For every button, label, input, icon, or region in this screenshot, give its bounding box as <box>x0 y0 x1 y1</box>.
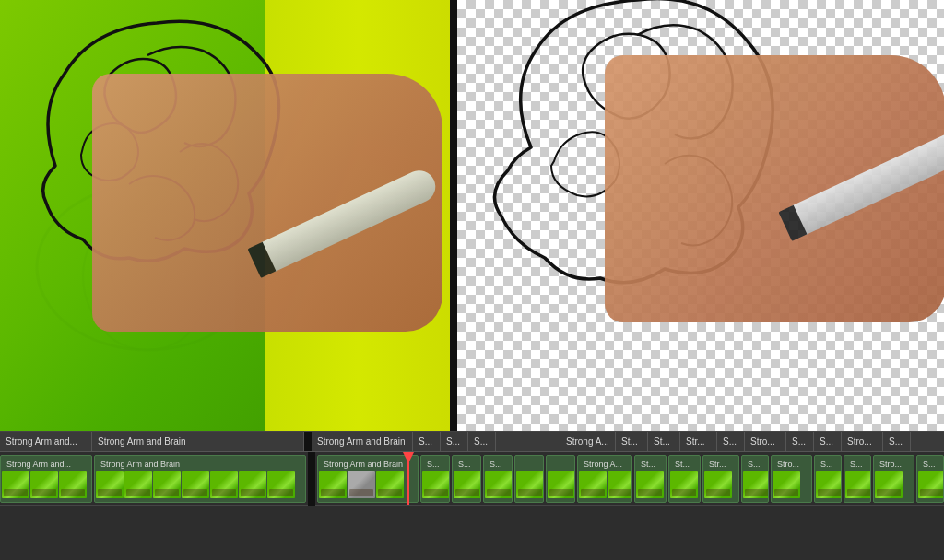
clip-14[interactable]: Stro... <box>771 455 812 503</box>
clip-3-thumbnails <box>318 471 418 500</box>
clip-10[interactable]: St... <box>634 455 667 503</box>
clip-8[interactable] <box>546 455 575 503</box>
clip-5[interactable]: S... <box>452 455 481 503</box>
timeline-label-4: S... <box>413 432 441 451</box>
clip-17-thumbnails <box>874 471 914 500</box>
clip-16-label: S... <box>846 458 867 471</box>
timeline-label-5: S... <box>441 432 468 451</box>
clip-2[interactable]: Strong Arm and Brain <box>94 455 306 503</box>
preview-area <box>0 0 944 431</box>
clip-6[interactable]: S... <box>483 455 513 503</box>
clip-15[interactable]: S... <box>814 455 842 503</box>
clip-4-thumbnails <box>421 471 449 500</box>
thumb <box>516 471 543 498</box>
timeline-label-10: St... <box>648 432 680 451</box>
thumb <box>210 471 238 498</box>
clip-17[interactable]: Stro... <box>873 455 914 503</box>
track-row-1: Strong Arm and... Strong Arm and Brain <box>0 452 944 506</box>
clip-18-label: S... <box>919 458 939 471</box>
timeline-label-17: S... <box>883 432 911 451</box>
thumb <box>239 471 266 498</box>
thumb <box>422 471 449 498</box>
thumb <box>608 471 631 498</box>
clip-18-thumbnails <box>917 471 943 500</box>
timeline-label-1: Strong Arm and... <box>0 432 92 451</box>
timeline-gap-1 <box>304 432 312 452</box>
timeline-label-12: S... <box>717 432 745 451</box>
clip-13[interactable]: S... <box>741 455 769 503</box>
clip-9[interactable]: Strong A... <box>577 455 632 503</box>
clip-10-thumbnails <box>635 471 666 500</box>
clip-2-label: Strong Arm and Brain <box>97 458 183 471</box>
timeline-label-9: St... <box>616 432 648 451</box>
clip-7-thumbnails <box>515 471 543 500</box>
timeline-label-13: Stro... <box>745 432 786 451</box>
timeline-label-6: S... <box>468 432 496 451</box>
clip-18[interactable]: S... <box>916 455 944 503</box>
timeline: Strong Arm and... Strong Arm and Brain S… <box>0 431 944 560</box>
thumb <box>636 471 664 498</box>
thumb <box>153 471 181 498</box>
thumb <box>670 471 698 498</box>
clip-1-thumbnails <box>1 471 91 500</box>
clip-16[interactable]: S... <box>844 455 871 503</box>
clip-5-thumbnails <box>453 471 480 500</box>
clip-11-label: St... <box>671 458 693 471</box>
timeline-label-15: S... <box>814 432 842 451</box>
clip-7[interactable] <box>514 455 544 503</box>
thumb <box>548 471 574 498</box>
playhead[interactable] <box>407 452 409 505</box>
hand-right <box>605 55 944 322</box>
clip-gap <box>308 452 315 506</box>
thumb <box>485 471 512 498</box>
thumb <box>743 471 768 498</box>
timeline-header: Strong Arm and... Strong Arm and Brain S… <box>0 432 944 452</box>
thumb <box>845 471 870 498</box>
timeline-label-16: Stro... <box>842 432 883 451</box>
clip-5-label: S... <box>454 458 475 471</box>
timeline-label-7 <box>496 432 560 451</box>
thumb <box>182 471 209 498</box>
marker-left <box>260 165 441 272</box>
timeline-label-8: Strong A... <box>560 432 616 451</box>
marker-tip-right <box>778 205 807 241</box>
thumb <box>816 471 841 498</box>
clip-13-thumbnails <box>742 471 768 500</box>
timeline-tracks[interactable]: Strong Arm and... Strong Arm and Brain <box>0 452 944 560</box>
clip-8-thumbnails <box>547 471 574 500</box>
clip-14-thumbnails <box>772 471 811 500</box>
thumb <box>124 471 152 498</box>
thumb <box>918 471 943 498</box>
timeline-label-14: S... <box>786 432 814 451</box>
timeline-label-2: Strong Arm and Brain <box>92 432 304 451</box>
thumb <box>96 471 124 498</box>
thumb <box>454 471 480 498</box>
timeline-label-3: Strong Arm and Brain <box>312 432 413 451</box>
thumb <box>875 471 903 498</box>
right-preview-panel <box>457 0 944 431</box>
clip-11-thumbnails <box>669 471 700 500</box>
clip-12[interactable]: Str... <box>702 455 739 503</box>
clip-12-label: Str... <box>705 458 730 471</box>
clip-11[interactable]: St... <box>668 455 701 503</box>
thumb <box>376 471 404 498</box>
clip-12-thumbnails <box>703 471 738 500</box>
marker-right <box>791 128 944 235</box>
clip-4[interactable]: S... <box>420 455 450 503</box>
left-preview-panel <box>0 0 450 431</box>
thumb <box>348 471 375 498</box>
thumb <box>267 471 295 498</box>
thumb <box>579 471 607 498</box>
thumb <box>319 471 347 498</box>
clip-16-thumbnails <box>844 471 870 500</box>
clip-3[interactable]: Strong Arm and Brain <box>317 455 419 503</box>
hand-left <box>92 74 442 332</box>
clip-1[interactable]: Strong Arm and... <box>0 455 92 503</box>
clip-2-thumbnails <box>95 471 305 500</box>
clip-10-label: St... <box>637 458 659 471</box>
clip-6-thumbnails <box>484 471 512 500</box>
clip-6-label: S... <box>486 458 506 471</box>
thumb <box>59 471 87 498</box>
panel-divider <box>450 0 457 431</box>
clip-13-label: S... <box>744 458 764 471</box>
